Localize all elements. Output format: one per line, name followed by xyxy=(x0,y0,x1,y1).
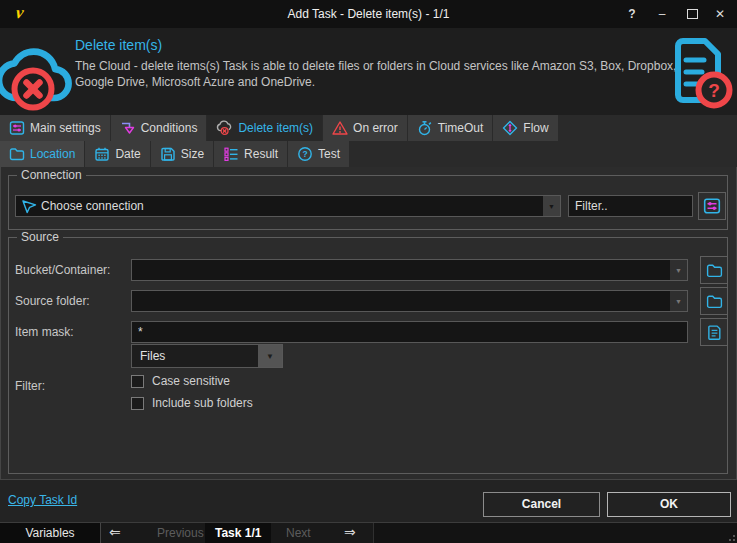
item-mask-label: Item mask: xyxy=(15,325,74,339)
variables-button[interactable]: Variables xyxy=(0,523,101,543)
tab-label: Test xyxy=(318,147,340,161)
connection-filter-input[interactable] xyxy=(569,199,692,213)
tab-test[interactable]: ? Test xyxy=(288,141,349,167)
next-button[interactable]: Next xyxy=(286,523,311,543)
tab-delete-items[interactable]: Delete item(s) xyxy=(207,115,322,141)
next-arrow-icon[interactable]: ⇒ xyxy=(344,523,356,543)
case-sensitive-checkbox[interactable]: Case sensitive xyxy=(131,374,230,388)
tab-label: Delete item(s) xyxy=(238,121,313,135)
svg-text:?: ? xyxy=(302,149,307,159)
connection-cursor-icon xyxy=(21,198,37,214)
stopwatch-icon xyxy=(417,120,433,136)
chevron-down-icon[interactable]: ▼ xyxy=(670,291,687,311)
task-nav-group: ⇐ Previous Task 1/1 Next ⇒ xyxy=(101,523,374,543)
checkbox-icon[interactable] xyxy=(131,375,144,388)
folder-icon xyxy=(9,146,25,162)
bottom-nav-bar: Variables ⇐ Previous Task 1/1 Next ⇒ xyxy=(0,522,737,543)
tab-label: Flow xyxy=(523,121,548,135)
tab-main-settings[interactable]: Main settings xyxy=(0,115,110,141)
connection-group-label: Connection xyxy=(17,168,86,182)
title-bar: v Add Task - Delete item(s) - 1/1 ? – ✕ xyxy=(0,0,737,28)
bucket-container-combobox[interactable]: ▼ xyxy=(131,259,688,281)
previous-arrow-icon[interactable]: ⇐ xyxy=(109,523,121,543)
tab-size[interactable]: Size xyxy=(151,141,213,167)
task-counter: Task 1/1 xyxy=(205,523,271,543)
task-description-line1: The Cloud - delete items(s) Task is able… xyxy=(75,59,676,73)
tab-label: TimeOut xyxy=(438,121,484,135)
svg-text:?: ? xyxy=(708,80,720,101)
tab-on-error[interactable]: On error xyxy=(323,115,407,141)
tab-label: Size xyxy=(181,147,204,161)
ok-button[interactable]: OK xyxy=(607,492,731,517)
source-folder-combobox[interactable]: ▼ xyxy=(131,290,688,312)
copy-task-id-link[interactable]: Copy Task Id xyxy=(8,493,77,507)
question-circle-icon: ? xyxy=(297,146,313,162)
document-icon xyxy=(706,324,723,341)
document-question-icon: ? xyxy=(659,33,733,111)
tab-label: Result xyxy=(244,147,278,161)
connection-combobox-value: Choose connection xyxy=(37,199,144,213)
tab-date[interactable]: Date xyxy=(85,141,149,167)
resize-grip[interactable] xyxy=(725,531,735,541)
connection-filter-field xyxy=(568,195,693,217)
tab-flow[interactable]: Flow xyxy=(493,115,557,141)
cloud-delete-small-icon xyxy=(216,120,233,136)
folder-icon xyxy=(705,293,724,310)
item-mask-input[interactable] xyxy=(132,325,687,339)
bucket-container-label: Bucket/Container: xyxy=(15,263,110,277)
bucket-container-input[interactable] xyxy=(132,263,670,277)
source-group: Source Bucket/Container: ▼ Source folder… xyxy=(8,237,728,474)
case-sensitive-label: Case sensitive xyxy=(152,374,230,388)
tab-label: Location xyxy=(30,147,75,161)
warning-triangle-icon xyxy=(332,120,348,136)
minimize-button[interactable]: – xyxy=(647,0,677,28)
tab-label: Main settings xyxy=(30,121,101,135)
include-subfolders-label: Include sub folders xyxy=(152,396,253,410)
item-type-value: Files xyxy=(132,349,258,363)
help-button[interactable]: ? xyxy=(617,0,647,28)
source-folder-input[interactable] xyxy=(132,294,670,308)
main-tab-strip: Main settings Conditions Delete item(s) xyxy=(0,115,737,141)
cancel-button[interactable]: Cancel xyxy=(483,492,600,517)
folder-icon xyxy=(705,262,724,279)
tab-conditions[interactable]: Conditions xyxy=(111,115,207,141)
item-type-combobox[interactable]: Files ▼ xyxy=(131,344,283,368)
result-list-icon xyxy=(223,146,239,162)
dialog-footer: Copy Task Id Cancel OK xyxy=(0,480,737,522)
tab-label: Date xyxy=(115,147,140,161)
sliders-icon xyxy=(703,197,721,215)
item-mask-field xyxy=(131,321,688,343)
flow-diamond-icon xyxy=(502,120,518,136)
tab-result[interactable]: Result xyxy=(214,141,287,167)
floppy-disk-icon xyxy=(160,146,176,162)
maximize-button[interactable] xyxy=(677,0,707,28)
close-button[interactable]: ✕ xyxy=(705,0,735,28)
browse-source-folder-button[interactable] xyxy=(700,287,728,315)
tab-timeout[interactable]: TimeOut xyxy=(408,115,493,141)
browse-bucket-button[interactable] xyxy=(700,256,728,284)
task-header: Delete item(s) The Cloud - delete items(… xyxy=(0,28,737,115)
calendar-icon xyxy=(94,146,110,162)
maximize-icon xyxy=(687,9,698,19)
source-folder-label: Source folder: xyxy=(15,294,90,308)
connection-combobox[interactable]: Choose connection ▼ xyxy=(15,195,561,217)
item-mask-variables-button[interactable] xyxy=(700,318,728,346)
task-title: Delete item(s) xyxy=(75,37,162,53)
tab-location[interactable]: Location xyxy=(0,141,84,167)
manage-connections-button[interactable] xyxy=(698,192,726,220)
location-tab-panel: Connection Choose connection ▼ xyxy=(0,167,737,480)
include-subfolders-checkbox[interactable]: Include sub folders xyxy=(131,396,253,410)
checkbox-icon[interactable] xyxy=(131,397,144,410)
chevron-down-icon[interactable]: ▼ xyxy=(670,260,687,280)
cloud-delete-icon xyxy=(0,31,73,113)
add-task-dialog: v Add Task - Delete item(s) - 1/1 ? – ✕ … xyxy=(0,0,737,543)
chevron-down-icon[interactable]: ▼ xyxy=(543,196,560,216)
conditions-arrow-icon xyxy=(120,120,136,136)
filter-label: Filter: xyxy=(15,379,45,393)
chevron-down-icon[interactable]: ▼ xyxy=(258,345,282,367)
task-description-line2: Google Drive, Microsoft Azure and OneDri… xyxy=(75,75,315,89)
source-group-label: Source xyxy=(17,230,63,244)
sliders-icon xyxy=(9,120,25,136)
previous-button[interactable]: Previous xyxy=(157,523,204,543)
tab-label: On error xyxy=(353,121,398,135)
